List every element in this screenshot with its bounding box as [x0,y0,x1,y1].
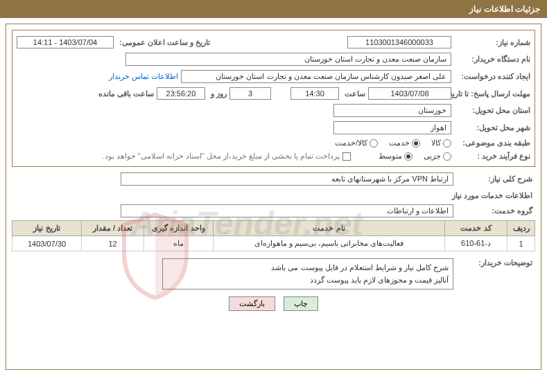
radio-goods[interactable]: کالا [431,139,451,148]
services-info-label: اطلاعات خدمات مورد نیاز [15,191,532,200]
category-label: طبقه بندی موضوعی: [454,139,530,148]
need-no-value: 1103001346000033 [347,36,451,48]
need-no-label: شماره نیاز: [454,38,530,47]
radio-medium[interactable]: متوسط [379,152,413,161]
page-header: جزئیات اطلاعات نیاز [0,0,547,18]
watermark-shield-icon [117,211,193,301]
cell-row: 1 [507,236,535,251]
time-label: ساعت [342,89,365,98]
announce-label: تاریخ و ساعت اعلان عمومی: [116,38,210,47]
province-value: خوزستان [333,104,451,117]
cell-date: 1403/07/30 [12,236,82,251]
buyer-org-value: سازمان صنعت معدن و تجارت استان خوزستان [125,53,451,66]
radio-icon [370,139,378,148]
table-header-row: ردیف کد خدمت نام خدمت واحد اندازه گیری ت… [12,221,535,236]
treasury-checkbox[interactable] [342,152,351,161]
requester-label: ایجاد کننده درخواست: [454,72,530,81]
deadline-time: 14:30 [290,87,339,100]
back-button[interactable]: بازگشت [229,296,275,311]
th-date: تاریخ نیاز [12,221,82,236]
th-name: نام خدمت [214,221,445,236]
need-desc-value: ارتباط VPN مرکز با شهرستانهای تابعه [121,172,453,186]
purchase-type-label: نوع فرآیند خرید : [454,152,530,161]
radio-icon [404,152,413,161]
print-button[interactable]: چاپ [284,296,318,311]
radio-partial[interactable]: جزیی [424,152,451,161]
cell-name: فعالیت‌های مخابراتی باسیم، بی‌سیم و ماهو… [214,236,445,251]
buyer-notes-line2: آنالیز قیمت و مجوزهای لازم باید پیوست گر… [167,274,449,287]
th-row: ردیف [507,221,535,236]
cell-code: د-61-610 [445,236,507,251]
info-group-main: شماره نیاز: 1103001346000033 تاریخ و ساع… [12,30,535,167]
province-label: استان محل تحویل: [454,106,530,115]
treasury-note: پرداخت تمام یا بخشی از مبلغ خرید،از محل … [102,152,340,161]
deadline-label: مهلت ارسال پاسخ: تا تاریخ: [454,89,530,98]
radio-service[interactable]: خدمت [389,139,420,148]
announce-value: 1403/07/04 - 14:11 [17,36,114,48]
page-title: جزئیات اطلاعات نیاز [469,4,540,14]
city-label: شهر محل تحویل: [454,123,530,132]
days-remaining: 3 [229,87,271,100]
radio-goods-service[interactable]: کالا/خدمت [335,139,378,148]
city-value: اهواز [333,121,451,134]
radio-icon [412,139,420,148]
need-desc-label: شرح کلی نیاز: [456,175,532,184]
deadline-date: 1403/07/08 [368,87,451,100]
radio-icon [443,139,451,148]
days-text: روز و [208,89,227,98]
button-row: چاپ بازگشت [12,296,535,311]
buyer-contact-link[interactable]: اطلاعات تماس خریدار [109,72,178,81]
buyer-org-label: نام دستگاه خریدار: [454,55,530,64]
table-row: 1 د-61-610 فعالیت‌های مخابراتی باسیم، بی… [12,236,535,251]
buyer-notes-line1: شرح کامل نیاز و شرایط استعلام در فایل پی… [167,262,449,274]
radio-icon [443,152,451,161]
th-code: کد خدمت [445,221,507,236]
hours-remaining: 23:56:20 [157,87,205,100]
requester-value: علی اصغر صیدون کارشناس سازمان صنعت معدن … [181,70,451,83]
main-frame: AriaTender.net شماره نیاز: 1103001346000… [6,24,541,370]
service-group-label: گروه خدمت: [456,206,532,215]
remaining-text: ساعت باقی مانده [96,89,154,98]
services-table: ردیف کد خدمت نام خدمت واحد اندازه گیری ت… [12,220,535,251]
buyer-notes-label: توضیحات خریدار: [456,258,532,267]
buyer-notes-box: شرح کامل نیاز و شرایط استعلام در فایل پی… [162,258,453,289]
